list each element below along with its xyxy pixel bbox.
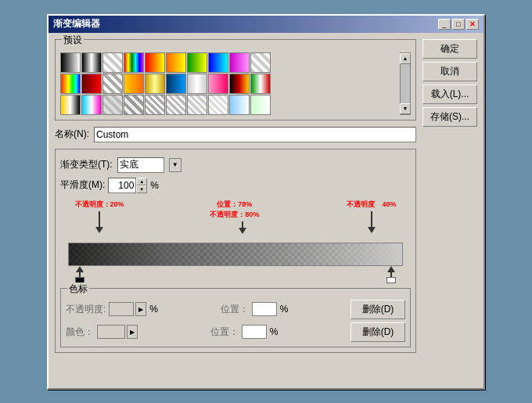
preset-item-24[interactable] <box>145 95 165 115</box>
smoothness-down-button[interactable]: ▼ <box>136 185 147 193</box>
load-button[interactable]: 载入(L)... <box>422 85 477 104</box>
opacity-stop-2-arrow[interactable] <box>239 228 246 234</box>
preset-item-6[interactable] <box>187 52 207 73</box>
preset-item-1[interactable] <box>81 52 102 73</box>
gradient-type-select[interactable]: 实底 <box>117 157 164 173</box>
preset-item-21[interactable] <box>81 95 102 115</box>
color-swatch[interactable] <box>97 325 125 339</box>
opacity-stop-3-label: 不透明度 40% <box>347 200 396 210</box>
position-pct-1: % <box>280 304 289 315</box>
preset-item-16[interactable] <box>187 74 207 94</box>
position-label-2: 位置： <box>210 326 239 339</box>
delete-button-2[interactable]: 删除(D) <box>350 322 405 342</box>
position-pct-2: % <box>270 326 279 337</box>
preset-item-18[interactable] <box>229 74 250 94</box>
preset-item-7[interactable] <box>208 52 228 73</box>
title-bar-buttons: _ □ ✕ <box>438 19 479 30</box>
cancel-button[interactable]: 取消 <box>422 62 477 81</box>
preset-item-10[interactable] <box>60 74 81 94</box>
opacity-stop-2: 位置：78%不透明度：80% <box>225 200 259 234</box>
preset-item-0[interactable] <box>60 52 81 73</box>
smoothness-label: 平滑度(M): <box>60 178 105 192</box>
preset-item-26[interactable] <box>187 95 207 115</box>
name-input[interactable] <box>94 127 416 142</box>
preset-item-11[interactable] <box>81 74 102 94</box>
smoothness-spin-buttons: ▲ ▼ <box>136 178 147 193</box>
preset-item-27[interactable] <box>208 95 228 115</box>
preset-item-9[interactable] <box>250 52 271 73</box>
gradient-section: 不透明度：20% 位置：78%不透明度：80% 不透明度 40% <box>60 200 411 285</box>
smoothness-row: 平滑度(M): ▲ ▼ % <box>60 178 411 193</box>
preset-item-28[interactable] <box>229 95 250 115</box>
preset-item-8[interactable] <box>229 52 250 73</box>
ok-button[interactable]: 确定 <box>422 39 477 59</box>
opacity-stop-3: 不透明度 40% <box>347 200 396 233</box>
gradient-bar[interactable] <box>68 243 403 266</box>
presets-group: 预设 ▲ ▼ <box>55 39 416 121</box>
minimize-button[interactable]: _ <box>438 19 451 30</box>
position-input-1[interactable] <box>252 302 277 316</box>
control-row-opacity: 不透明度: ▶ % 位置： % 删除(D) <box>66 300 405 319</box>
color-stop-right-swatch <box>386 277 396 283</box>
window-title: 渐变编辑器 <box>53 17 100 31</box>
gradient-type-row: 渐变类型(T): 实底 ▼ <box>60 157 411 173</box>
preset-item-17[interactable] <box>208 74 228 94</box>
color-input-group: ▶ <box>97 325 138 339</box>
maximize-button[interactable]: □ <box>452 19 465 30</box>
preset-item-5[interactable] <box>166 52 186 73</box>
preset-item-12[interactable] <box>102 74 123 94</box>
gradient-type-label: 渐变类型(T): <box>60 158 113 171</box>
gradient-bar-wrapper[interactable] <box>68 243 403 266</box>
scroll-down-button[interactable]: ▼ <box>400 103 411 114</box>
position-label-1: 位置： <box>221 303 249 316</box>
color-stop-right-arrow[interactable] <box>387 266 395 272</box>
position-input-2[interactable] <box>242 325 267 339</box>
color-stop-left[interactable] <box>75 266 84 283</box>
smoothness-up-button[interactable]: ▲ <box>136 178 147 185</box>
scroll-up-button[interactable]: ▲ <box>400 53 411 64</box>
gradient-overlay <box>69 243 402 265</box>
color-stop-right[interactable] <box>386 266 396 283</box>
preset-item-25[interactable] <box>166 95 186 115</box>
preset-item-23[interactable] <box>124 95 144 115</box>
opacity-input-group: ▶ <box>109 302 146 316</box>
smoothness-input[interactable] <box>108 178 136 193</box>
window-content: 预设 ▲ ▼ 名称(N): 渐变类型(T): <box>49 33 483 365</box>
color-label: 颜色： <box>66 326 94 339</box>
save-button[interactable]: 存储(S)... <box>422 107 477 127</box>
preset-item-14[interactable] <box>145 74 165 94</box>
smoothness-input-group: ▲ ▼ <box>108 178 147 193</box>
opacity-stop-3-arrow[interactable] <box>368 227 376 233</box>
color-stop-left-arrow[interactable] <box>76 266 84 272</box>
preset-item-3[interactable] <box>124 52 144 73</box>
control-row-color: 颜色： ▶ 位置： % 删除(D) <box>66 322 405 342</box>
smoothness-unit: % <box>150 180 159 191</box>
preset-item-4[interactable] <box>145 52 165 73</box>
preset-item-20[interactable] <box>60 95 81 115</box>
opacity-pct: % <box>149 304 158 315</box>
gradient-type-dropdown-arrow[interactable]: ▼ <box>169 158 182 172</box>
opacity-stops-area: 不透明度：20% 位置：78%不透明度：80% 不透明度 40% <box>68 200 403 243</box>
preset-item-19[interactable] <box>250 74 271 94</box>
presets-scrollbar[interactable]: ▲ ▼ <box>400 52 411 115</box>
opacity-value-input[interactable] <box>109 302 134 316</box>
color-dropdown-arrow[interactable]: ▶ <box>127 325 138 339</box>
name-label: 名称(N): <box>55 128 89 141</box>
preset-item-15[interactable] <box>166 74 186 94</box>
preset-item-13[interactable] <box>124 74 144 94</box>
delete-button-1[interactable]: 删除(D) <box>350 300 405 319</box>
opacity-stop-1-arrow[interactable] <box>95 227 103 233</box>
gradient-editor-window: 渐变编辑器 _ □ ✕ 预设 ▲ ▼ <box>47 14 485 390</box>
preset-item-22[interactable] <box>102 95 123 115</box>
presets-area: ▲ ▼ <box>60 52 411 115</box>
scroll-track[interactable] <box>401 64 410 103</box>
main-panel: 预设 ▲ ▼ 名称(N): 渐变类型(T): <box>55 39 416 359</box>
color-mark-label: 色标 <box>67 282 89 296</box>
preset-item-2[interactable] <box>102 52 123 73</box>
color-mark-section: 色标 不透明度: ▶ % 位置： <box>60 288 411 347</box>
opacity-stop-2-line <box>242 221 243 228</box>
close-button[interactable]: ✕ <box>466 19 479 30</box>
preset-item-29[interactable] <box>250 95 271 115</box>
opacity-dropdown-arrow[interactable]: ▶ <box>135 302 146 316</box>
opacity-stop-3-line <box>371 211 372 227</box>
